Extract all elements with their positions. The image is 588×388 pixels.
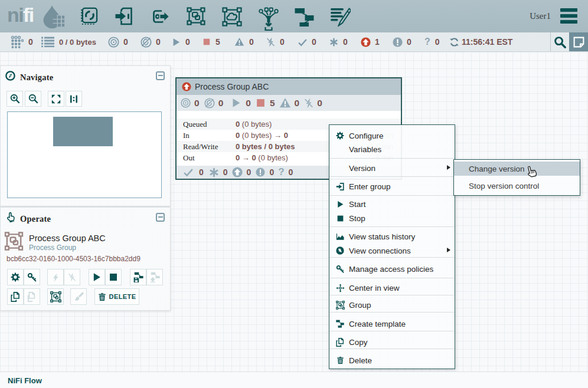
- svg-text:fi: fi: [23, 4, 34, 26]
- svg-text:ni: ni: [7, 4, 23, 26]
